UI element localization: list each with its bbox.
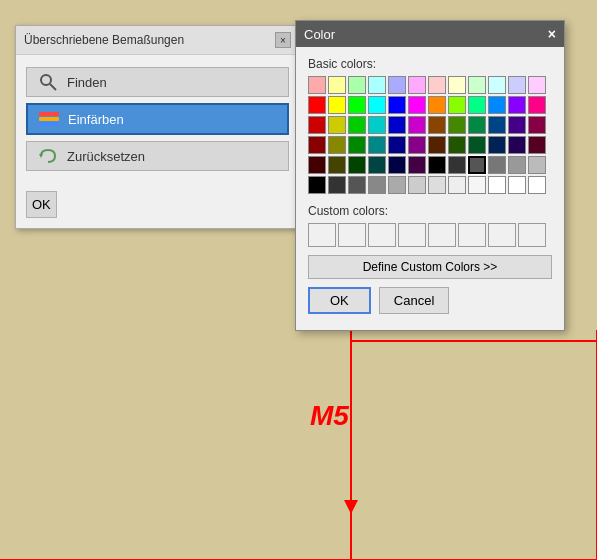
color-cell-13[interactable] [328, 96, 346, 114]
color-cell-36[interactable] [308, 136, 326, 154]
color-cell-42[interactable] [428, 136, 446, 154]
basic-color-grid [308, 76, 552, 194]
color-cell-71[interactable] [528, 176, 546, 194]
finden-button[interactable]: Finden [26, 67, 289, 97]
color-cell-38[interactable] [348, 136, 366, 154]
color-cell-41[interactable] [408, 136, 426, 154]
color-cell-45[interactable] [488, 136, 506, 154]
color-cell-2[interactable] [348, 76, 366, 94]
svg-point-0 [41, 75, 51, 85]
color-cell-3[interactable] [368, 76, 386, 94]
magnify-icon [37, 73, 59, 91]
svg-marker-5 [39, 154, 43, 158]
custom-cell-5[interactable] [428, 223, 456, 247]
color-cell-67[interactable] [448, 176, 466, 194]
color-cell-22[interactable] [508, 96, 526, 114]
color-cell-1[interactable] [328, 76, 346, 94]
color-cell-10[interactable] [508, 76, 526, 94]
color-cell-54[interactable] [428, 156, 446, 174]
color-cell-69[interactable] [488, 176, 506, 194]
color-cell-52[interactable] [388, 156, 406, 174]
color-cell-14[interactable] [348, 96, 366, 114]
color-cancel-button[interactable]: Cancel [379, 287, 449, 314]
color-cell-51[interactable] [368, 156, 386, 174]
color-cell-5[interactable] [408, 76, 426, 94]
color-cell-47[interactable] [528, 136, 546, 154]
color-cell-28[interactable] [388, 116, 406, 134]
dialog-bema-close[interactable]: × [275, 32, 291, 48]
color-cell-58[interactable] [508, 156, 526, 174]
color-cell-0[interactable] [308, 76, 326, 94]
color-cell-17[interactable] [408, 96, 426, 114]
color-cell-61[interactable] [328, 176, 346, 194]
color-cell-7[interactable] [448, 76, 466, 94]
finden-label: Finden [67, 75, 107, 90]
color-cell-15[interactable] [368, 96, 386, 114]
color-cell-18[interactable] [428, 96, 446, 114]
color-cell-16[interactable] [388, 96, 406, 114]
cad-horizontal-line [350, 340, 597, 342]
reset-icon [37, 147, 59, 165]
bema-ok-button[interactable]: OK [26, 191, 57, 218]
color-cell-53[interactable] [408, 156, 426, 174]
color-cell-25[interactable] [328, 116, 346, 134]
dialog-color: Color × Basic colors: Custom colors: Def… [295, 20, 565, 331]
color-cell-34[interactable] [508, 116, 526, 134]
color-cell-6[interactable] [428, 76, 446, 94]
color-cell-48[interactable] [308, 156, 326, 174]
define-custom-colors-button[interactable]: Define Custom Colors >> [308, 255, 552, 279]
color-cell-55[interactable] [448, 156, 466, 174]
color-cell-60[interactable] [308, 176, 326, 194]
color-cell-8[interactable] [468, 76, 486, 94]
color-cell-64[interactable] [388, 176, 406, 194]
custom-cell-7[interactable] [488, 223, 516, 247]
einfarben-label: Einfärben [68, 112, 124, 127]
color-cell-50[interactable] [348, 156, 366, 174]
custom-cell-3[interactable] [368, 223, 396, 247]
color-cell-19[interactable] [448, 96, 466, 114]
color-cell-31[interactable] [448, 116, 466, 134]
color-cell-32[interactable] [468, 116, 486, 134]
color-cell-4[interactable] [388, 76, 406, 94]
color-cell-26[interactable] [348, 116, 366, 134]
color-cell-62[interactable] [348, 176, 366, 194]
color-cell-29[interactable] [408, 116, 426, 134]
zurucksetzen-button[interactable]: Zurücksetzen [26, 141, 289, 171]
custom-cell-4[interactable] [398, 223, 426, 247]
custom-cell-2[interactable] [338, 223, 366, 247]
einfarben-button[interactable]: Einfärben [26, 103, 289, 135]
color-cell-30[interactable] [428, 116, 446, 134]
color-cell-39[interactable] [368, 136, 386, 154]
color-cell-59[interactable] [528, 156, 546, 174]
color-cell-57[interactable] [488, 156, 506, 174]
color-cell-23[interactable] [528, 96, 546, 114]
color-cell-40[interactable] [388, 136, 406, 154]
color-cell-37[interactable] [328, 136, 346, 154]
color-cell-70[interactable] [508, 176, 526, 194]
color-cell-49[interactable] [328, 156, 346, 174]
color-cell-46[interactable] [508, 136, 526, 154]
color-cell-63[interactable] [368, 176, 386, 194]
color-cell-20[interactable] [468, 96, 486, 114]
dialog-color-title: Color [304, 27, 335, 42]
color-cell-21[interactable] [488, 96, 506, 114]
color-cell-68[interactable] [468, 176, 486, 194]
color-cell-35[interactable] [528, 116, 546, 134]
color-cell-66[interactable] [428, 176, 446, 194]
color-cell-65[interactable] [408, 176, 426, 194]
layers-icon [38, 110, 60, 128]
color-cell-9[interactable] [488, 76, 506, 94]
color-cell-11[interactable] [528, 76, 546, 94]
color-cell-24[interactable] [308, 116, 326, 134]
color-ok-button[interactable]: OK [308, 287, 371, 314]
custom-cell-6[interactable] [458, 223, 486, 247]
color-cell-44[interactable] [468, 136, 486, 154]
color-cell-33[interactable] [488, 116, 506, 134]
custom-cell-8[interactable] [518, 223, 546, 247]
color-cell-27[interactable] [368, 116, 386, 134]
color-cell-12[interactable] [308, 96, 326, 114]
custom-cell-1[interactable] [308, 223, 336, 247]
color-cell-56[interactable] [468, 156, 486, 174]
dialog-color-close[interactable]: × [548, 26, 556, 42]
color-cell-43[interactable] [448, 136, 466, 154]
